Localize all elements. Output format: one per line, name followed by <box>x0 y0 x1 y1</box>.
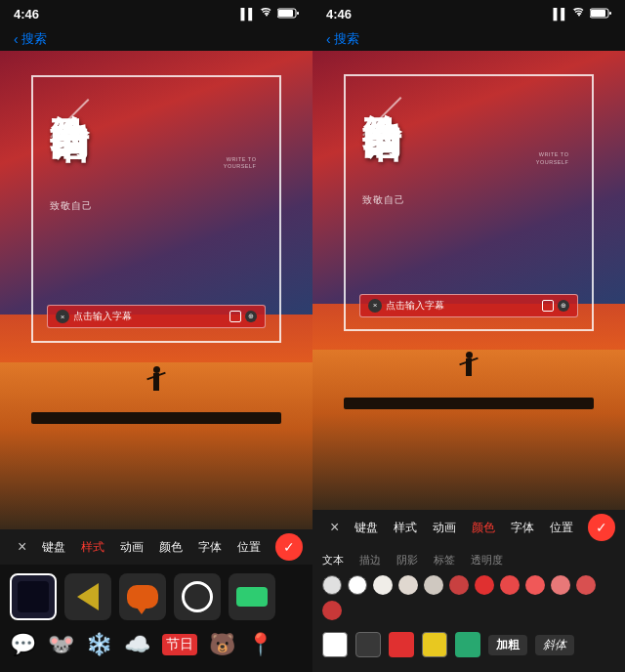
nav-back-label-left: 搜索 <box>21 30 47 48</box>
text-input-close-left[interactable]: × <box>56 310 69 323</box>
emoji-snowflake[interactable]: ❄️ <box>86 632 112 657</box>
confirm-btn-left[interactable]: ✓ <box>275 533 303 561</box>
format-swatch-yellow[interactable] <box>422 632 447 657</box>
person-arms-right <box>459 357 478 366</box>
nav-bar-right: ‹ 搜索 <box>312 27 625 51</box>
swatch-6[interactable] <box>475 575 494 595</box>
person-body-left <box>153 373 159 391</box>
position-btn-left[interactable]: 位置 <box>229 529 269 565</box>
format-swatch-dark[interactable] <box>355 632 381 657</box>
text-input-overlay-right[interactable]: × 点击输入字幕 ⊕ <box>359 294 578 317</box>
swatch-4[interactable] <box>424 575 443 595</box>
person-right <box>459 352 479 381</box>
bold-button[interactable]: 加粗 <box>488 635 527 655</box>
keyboard-btn-right[interactable]: 键盘 <box>347 510 386 545</box>
color-tab-stroke[interactable]: 描边 <box>359 553 381 567</box>
style-btn-right[interactable]: 样式 <box>386 510 425 545</box>
close-button-right[interactable]: × <box>322 510 347 545</box>
svg-rect-5 <box>609 12 611 15</box>
swatch-8[interactable] <box>525 575 545 595</box>
style-item-circle[interactable] <box>174 573 221 620</box>
style-btn-left[interactable]: 样式 <box>73 529 112 565</box>
emoji-pin[interactable]: 📍 <box>247 632 273 657</box>
person-left <box>146 366 166 396</box>
person-head-right <box>466 352 473 358</box>
emoji-bear[interactable]: 🐻 <box>209 632 235 657</box>
italic-button[interactable]: 斜体 <box>535 635 574 655</box>
back-arrow-icon-right: ‹ <box>326 31 331 47</box>
animation-btn-left[interactable]: 动画 <box>112 529 151 565</box>
style-scroll-left <box>0 565 312 628</box>
nav-back-right[interactable]: ‹ 搜索 <box>326 30 359 48</box>
color-tab-text[interactable]: 文本 <box>322 553 344 567</box>
style-item-bubble[interactable] <box>119 573 166 620</box>
signal-icon-right: ▌▌ <box>553 8 568 20</box>
text-input-overlay-left[interactable]: × 点击输入字幕 ⊕ <box>47 305 266 328</box>
close-button-left[interactable]: × <box>10 529 34 565</box>
text-input-border-right[interactable] <box>542 300 554 312</box>
swatch-11[interactable] <box>322 601 342 620</box>
text-input-close-right[interactable]: × <box>368 299 382 313</box>
emoji-mouse[interactable]: 🐭 <box>48 632 74 657</box>
right-phone: 4:46 ▌▌ ‹ 搜索 WRITE TO Y <box>312 0 625 672</box>
eng-text-right: WRITE TO YOURSELF <box>536 151 569 166</box>
text-input-border-left[interactable] <box>229 311 241 322</box>
nav-back-left[interactable]: ‹ 搜索 <box>14 30 47 48</box>
swatch-2[interactable] <box>373 575 393 595</box>
swatch-10[interactable] <box>576 575 596 595</box>
style-item-arrow[interactable] <box>64 573 111 620</box>
toolbar-right: × 键盘 样式 动画 颜色 字体 位置 ✓ <box>312 510 625 545</box>
keyboard-btn-left[interactable]: 键盘 <box>34 529 73 565</box>
format-swatch-green[interactable] <box>455 632 480 657</box>
emoji-holiday[interactable]: 节日 <box>162 634 197 655</box>
color-btn-left[interactable]: 颜色 <box>151 529 190 565</box>
font-btn-right[interactable]: 字体 <box>503 510 542 545</box>
emoji-chat[interactable]: 💬 <box>10 632 36 657</box>
platform-left <box>31 412 281 424</box>
person-arms-left <box>146 371 165 380</box>
swatch-5[interactable] <box>449 575 469 595</box>
nav-back-label-right: 搜索 <box>334 30 359 48</box>
animation-btn-right[interactable]: 动画 <box>425 510 464 545</box>
color-tab-shadow[interactable]: 阴影 <box>396 553 418 567</box>
format-swatch-white[interactable] <box>322 632 348 657</box>
color-swatches-row <box>322 575 615 620</box>
platform-right <box>344 398 594 409</box>
color-panel-right: 文本 描边 阴影 标签 透明度 加粗 <box>312 545 625 672</box>
style-item-green[interactable] <box>229 573 275 620</box>
swatch-7[interactable] <box>500 575 520 595</box>
color-btn-right[interactable]: 颜色 <box>464 510 503 545</box>
color-tab-opacity[interactable]: 透明度 <box>471 553 503 567</box>
style-item-dark[interactable] <box>10 573 57 620</box>
format-row: 加粗 斜体 <box>322 632 615 657</box>
svg-rect-2 <box>297 12 299 15</box>
canvas-area-left[interactable]: WRITE TO YOURSELF 给自己的话 致敬自己 × 点击输入字 <box>0 51 312 529</box>
text-input-content-right[interactable]: 点击输入字幕 <box>386 299 538 313</box>
swatch-0[interactable] <box>322 575 342 595</box>
canvas-area-right[interactable]: WRITE TO YOURSELF 给自己的话 致敬自己 × 点击输入字 <box>312 51 625 510</box>
color-tabs: 文本 描边 阴影 标签 透明度 <box>322 553 615 567</box>
color-tab-label[interactable]: 标签 <box>434 553 455 567</box>
status-bar-left: 4:46 ▌▌ <box>0 0 312 27</box>
emoji-cloud[interactable]: ☁️ <box>124 632 150 657</box>
swatch-3[interactable] <box>398 575 418 595</box>
font-btn-left[interactable]: 字体 <box>190 529 229 565</box>
position-btn-right[interactable]: 位置 <box>542 510 581 545</box>
format-swatch-red[interactable] <box>389 632 414 657</box>
confirm-btn-right[interactable]: ✓ <box>588 514 615 541</box>
swatch-9[interactable] <box>551 575 570 595</box>
circle-shape-icon <box>182 581 213 612</box>
left-phone: 4:46 ▌▌ ‹ 搜索 WRITE TO <box>0 0 312 672</box>
text-input-handle-right[interactable]: ⊕ <box>558 300 569 312</box>
status-time-left: 4:46 <box>14 7 39 21</box>
wifi-icon-left <box>260 8 273 20</box>
swatch-1[interactable] <box>348 575 367 595</box>
person-head-left <box>153 366 160 373</box>
text-input-handle-left[interactable]: ⊕ <box>245 311 257 322</box>
signal-icon-left: ▌▌ <box>240 8 256 20</box>
style-dark-preview <box>18 581 49 612</box>
arrow-shape-icon <box>77 583 99 610</box>
person-body-right <box>466 358 472 376</box>
wifi-icon-right <box>572 8 586 20</box>
text-input-content-left[interactable]: 点击输入字幕 <box>73 310 226 323</box>
